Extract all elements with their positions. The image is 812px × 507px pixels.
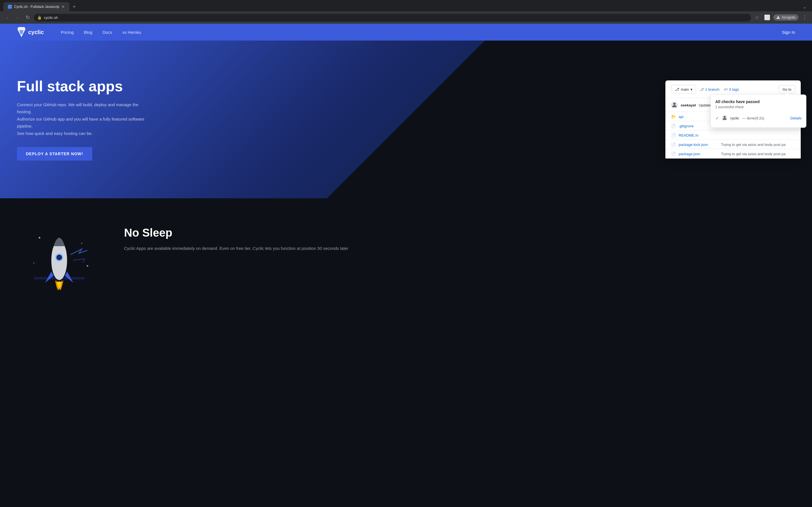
svg-point-2 [724,116,726,118]
cast-button[interactable]: ⬜ [763,13,771,21]
file-name-package-lock[interactable]: package-lock.json [679,142,718,147]
nav-pricing[interactable]: Pricing [61,30,74,35]
tab-close-button[interactable]: ✕ [61,4,65,9]
branch-count: 1 branch [705,87,719,91]
branches-link[interactable]: ⎇ 1 branch [700,87,719,91]
hero-section: Full stack apps Connect your GitHub repo… [0,41,812,198]
bookmark-button[interactable]: ☆ [753,13,761,21]
dropdown-arrow-icon: ▾ [691,87,693,91]
check-item-avatar [722,115,727,121]
branch-name: main [681,87,689,91]
logo-text: cyclic [28,29,44,36]
tab-strip-end: ⌄ [801,3,809,11]
forward-button[interactable]: › [13,13,21,21]
checks-tooltip: All checks have passed 1 successful chec… [711,95,806,128]
file-icon-package-lock: 📄 [671,142,676,147]
check-item-name: cyclic [730,116,739,120]
checks-title: All checks have passed [715,100,802,104]
website: cyclic Pricing Blog Docs vs Heroku Sign … [0,24,812,322]
branches-icon: ⎇ [700,87,704,91]
tab-bar: Cyclic.sh - Fullstack Javascrip ✕ + ⌄ [0,0,812,11]
toolbar-actions: ☆ ⬜ Incognito ⋮ [753,13,809,21]
tags-icon: 🏷 [724,87,728,91]
incognito-label: Incognito [782,15,796,19]
main-nav: Pricing Blog Docs vs Heroku [61,30,782,35]
file-icon-package-json: 📄 [671,152,676,156]
file-icon-gitignore: 📄 [671,124,676,128]
svg-point-1 [673,103,675,105]
tab-favicon [8,5,12,9]
github-card-container: ⎇ main ▾ ⎇ 1 branch 🏷 0 tags [665,80,801,159]
commit-avatar [671,102,678,108]
tags-link[interactable]: 🏷 0 tags [724,87,739,91]
file-row-package-lock: 📄 package-lock.json Trying to get via ax… [665,140,801,149]
sign-in-button[interactable]: Sign In [782,30,795,35]
url-text: cyclic.sh [44,15,748,20]
file-icon-readme: 📄 [671,133,676,137]
check-details-link[interactable]: Details [790,116,802,120]
branch-icon: ⎇ [675,87,679,92]
file-row-package-json: 📄 package.json Trying to get via axios a… [665,149,801,159]
github-card: ⎇ main ▾ ⎇ 1 branch 🏷 0 tags [665,80,801,159]
svg-point-9 [33,263,35,264]
svg-point-6 [56,255,62,260]
no-sleep-section: No Sleep Cyclic Apps are available immed… [124,221,795,252]
no-sleep-title: No Sleep [124,226,795,239]
check-item-status: — done(9.2s) [742,116,764,120]
check-item: ✓ cyclic — done(9.2s) Details [715,113,802,123]
folder-icon: 📁 [671,114,676,119]
hero-content: Full stack apps Connect your GitHub repo… [0,56,169,183]
file-commit-package-json: Trying to get via axios and body post pa [721,152,795,156]
nav-blog[interactable]: Blog [84,30,92,35]
commit-author: seekayel [680,103,696,107]
site-header: cyclic Pricing Blog Docs vs Heroku Sign … [0,24,812,41]
incognito-badge: Incognito [773,14,799,20]
reload-button[interactable]: ↻ [24,13,32,21]
file-name-readme[interactable]: README.m [679,133,718,137]
svg-point-8 [81,243,82,244]
check-item-passed-icon: ✓ [715,115,719,121]
hero-title: Full stack apps [17,78,152,94]
nav-docs[interactable]: Docs [103,30,112,35]
tags-count: 0 tags [729,87,739,91]
active-tab[interactable]: Cyclic.sh - Fullstack Javascrip ✕ [3,2,69,11]
back-button[interactable]: ‹ [3,13,11,21]
address-bar[interactable]: 🔒 cyclic.sh [34,14,751,21]
new-tab-button[interactable]: + [70,3,78,11]
logo-link[interactable]: cyclic [17,27,44,37]
lock-icon: 🔒 [37,15,42,20]
file-name-package-json[interactable]: package.json [679,152,718,156]
browser-toolbar: ‹ › ↻ 🔒 cyclic.sh ☆ ⬜ Incognito ⋮ [0,11,812,24]
no-sleep-text: Cyclic Apps are available immediately on… [124,245,795,252]
branch-selector[interactable]: ⎇ main ▾ [671,85,696,94]
github-stats: ⎇ 1 branch 🏷 0 tags [700,87,739,91]
file-commit-package-lock: Trying to get via axios and body post pa [721,142,795,147]
rocket-illustration [17,221,101,300]
logo-icon [17,27,26,37]
svg-point-0 [777,16,779,17]
browser-chrome: Cyclic.sh - Fullstack Javascrip ✕ + ⌄ ‹ … [0,0,812,24]
nav-vs-heroku[interactable]: vs Heroku [122,30,142,35]
checks-subtitle: 1 successful check [715,105,802,109]
hero-subtitle: Connect your GitHub repo. We will build,… [17,101,152,137]
svg-point-7 [39,237,40,238]
menu-button[interactable]: ⋮ [801,13,809,21]
lower-section: No Sleep Cyclic Apps are available immed… [0,198,812,322]
rocket-svg [17,221,101,300]
file-row-readme: 📄 README.m [665,131,801,140]
tab-label: Cyclic.sh - Fullstack Javascrip [14,5,59,9]
svg-point-10 [87,265,88,267]
deploy-button[interactable]: DEPLOY A STARTER NOW! [17,147,92,161]
